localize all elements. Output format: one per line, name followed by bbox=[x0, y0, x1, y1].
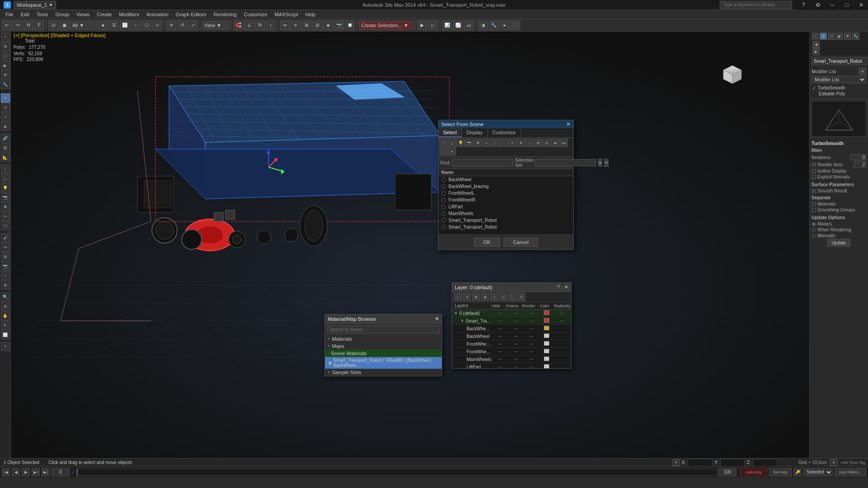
material-editor-icon[interactable]: ◑ bbox=[478, 20, 488, 30]
layer-item-frontwheeilr[interactable]: FrontWheeIR — — — bbox=[452, 340, 571, 348]
zoom-btn[interactable]: 🔍 bbox=[1, 292, 10, 301]
timeline-track[interactable] bbox=[76, 469, 717, 476]
layer-fwr-render[interactable]: — bbox=[524, 342, 538, 346]
key-first-icon[interactable]: |◀ bbox=[2, 468, 10, 476]
layer-item-frontwheeil[interactable]: FrontWheeIL — — — bbox=[452, 348, 571, 356]
layer-item-liftpart[interactable]: LiftPart — — — bbox=[452, 363, 571, 368]
create-tab[interactable]: + bbox=[1, 33, 10, 42]
select-move-btn[interactable]: ✛ bbox=[1, 94, 10, 103]
cmd-utilities-icon[interactable]: 🔧 bbox=[852, 33, 859, 40]
layer-0-color[interactable] bbox=[539, 310, 554, 316]
layers-help-btn[interactable]: ? bbox=[557, 284, 560, 290]
sfs-selection-set-input[interactable] bbox=[535, 159, 596, 166]
maximize-button[interactable]: □ bbox=[840, 0, 854, 10]
modifier-editable-poly[interactable]: Editable Poly bbox=[811, 91, 866, 97]
layer-0-render[interactable]: — bbox=[524, 311, 538, 315]
sfs-titlebar[interactable]: Select From Scene ✕ bbox=[439, 120, 573, 128]
active-view-icon[interactable]: ⬛ bbox=[510, 20, 520, 30]
sfs-radio-smart-robot-2[interactable] bbox=[441, 225, 446, 230]
sfs-invert-icon[interactable]: ⇄ bbox=[551, 139, 559, 147]
sfs-radio-smart-robot-1[interactable] bbox=[441, 218, 446, 223]
sfs-warp-icon[interactable]: 〜 bbox=[482, 139, 491, 147]
layer-mw-freeze[interactable]: — bbox=[509, 357, 523, 361]
bind-to-space-btn[interactable]: 📐 bbox=[1, 153, 10, 162]
layer-lp-freeze[interactable]: — bbox=[509, 365, 523, 368]
manually-radio[interactable] bbox=[811, 234, 816, 238]
layer-lp-color[interactable] bbox=[539, 364, 554, 368]
layer-0-expand-icon[interactable]: ▼ bbox=[454, 311, 458, 315]
menu-modifiers[interactable]: Modifiers bbox=[115, 10, 143, 19]
sfs-radio-frontwheeil[interactable] bbox=[441, 191, 446, 196]
key-prev-icon[interactable]: ◀ bbox=[12, 468, 20, 476]
pan-btn[interactable]: ✋ bbox=[1, 311, 10, 320]
sfs-all-icon[interactable]: ⊞ bbox=[534, 139, 542, 147]
sfs-light-icon[interactable]: 💡 bbox=[457, 139, 465, 147]
layer-mw-hide[interactable]: — bbox=[493, 357, 508, 361]
iterations-input[interactable] bbox=[850, 154, 866, 160]
render-iters-checkbox[interactable]: ✓ bbox=[811, 162, 816, 167]
close-button[interactable]: ✕ bbox=[854, 0, 868, 10]
orbit-btn[interactable]: ↻ bbox=[1, 321, 10, 330]
sfs-radio-liftpart[interactable] bbox=[441, 205, 446, 209]
menu-views[interactable]: Views bbox=[73, 10, 93, 19]
sfs-none-icon[interactable]: ⊟ bbox=[542, 139, 551, 147]
fence-select-icon[interactable]: ⬠ bbox=[142, 20, 151, 30]
layer-bw-freeze[interactable]: — bbox=[509, 334, 523, 338]
light-btn[interactable]: 💡 bbox=[1, 183, 10, 192]
key-filters-btn[interactable]: Key Filters... bbox=[835, 468, 866, 476]
filter-dropdown[interactable]: All ▼ bbox=[70, 21, 97, 30]
schematic-view-icon[interactable]: 🗂 bbox=[464, 20, 474, 30]
sfs-item-backwheel[interactable]: BackWheel bbox=[439, 176, 573, 183]
array-btn[interactable]: ⊞ bbox=[1, 252, 10, 261]
render-setup-icon[interactable]: 🔧 bbox=[489, 20, 499, 30]
cmd-nav-right-icon[interactable]: ▶ bbox=[812, 48, 820, 55]
layers-set-current-btn[interactable]: ✓ bbox=[490, 293, 498, 301]
layer-mw-render[interactable]: — bbox=[524, 357, 538, 361]
named-selections-dropdown[interactable]: Create Selection... ▼ bbox=[359, 21, 413, 30]
fetch-icon[interactable]: F bbox=[34, 20, 44, 30]
modify-tab[interactable]: ⚙ bbox=[1, 42, 10, 51]
layers-expand-btn[interactable]: ⬛ bbox=[508, 293, 516, 301]
sfs-item-list[interactable]: BackWheel BackWheel_bracing FrontWheeIL … bbox=[439, 176, 573, 235]
mat-section-sample-slots[interactable]: + Sample Slots bbox=[325, 369, 442, 376]
mat-browser-titlebar[interactable]: Material/Map Browser ✕ bbox=[325, 314, 442, 324]
layer-item-backwheel-braing[interactable]: BackWheel_braing — — — bbox=[452, 325, 571, 333]
layers-delete-btn[interactable]: ✕ bbox=[463, 293, 471, 301]
layer-item-0-default[interactable]: ▼ 0 (default) — — — — bbox=[452, 310, 571, 317]
hierarchy-tab[interactable]: ⬡ bbox=[1, 52, 10, 61]
layer-0-freeze[interactable]: — bbox=[509, 311, 523, 315]
sfs-camera-icon[interactable]: 📷 bbox=[465, 139, 473, 147]
graph-view-icon[interactable]: 📊 bbox=[442, 20, 452, 30]
add-time-tag-btn[interactable]: + bbox=[830, 459, 838, 466]
layer-bwb-freeze[interactable]: — bbox=[509, 326, 523, 331]
mat-browser-close-btn[interactable]: ✕ bbox=[435, 316, 439, 322]
mirror-icon[interactable]: ⇔ bbox=[280, 20, 290, 30]
layer-fwl-render[interactable]: — bbox=[524, 349, 538, 354]
layer-fwr-freeze[interactable]: — bbox=[509, 342, 523, 346]
camera-btn[interactable]: 📷 bbox=[1, 193, 10, 202]
sfs-radio-backwheel-bracing[interactable] bbox=[441, 184, 446, 189]
layer-fwr-color[interactable] bbox=[539, 341, 554, 347]
view-dropdown[interactable]: View ▼ bbox=[202, 21, 229, 30]
snapshot-btn[interactable]: 📷 bbox=[1, 262, 10, 271]
menu-customize[interactable]: Customize bbox=[240, 10, 271, 19]
sfs-item-mainwheels[interactable]: MainWheels bbox=[439, 210, 573, 217]
sfs-item-smart-robot-1[interactable]: Smart_Transport_Robot bbox=[439, 217, 573, 224]
sfs-item-backwheel-bracing[interactable]: BackWheel_bracing bbox=[439, 183, 573, 190]
layer-bwb-render[interactable]: — bbox=[524, 326, 538, 331]
sfs-item-smart-robot-2[interactable]: Smart_Transport_Robot bbox=[439, 224, 573, 230]
auto-key-btn[interactable]: Auto Key bbox=[740, 468, 767, 476]
sfs-case-icon[interactable]: Aa bbox=[560, 139, 568, 147]
select-obj-btn[interactable]: ◈ bbox=[1, 122, 10, 131]
sfs-find-input[interactable] bbox=[452, 159, 513, 166]
normal-align-icon[interactable]: ⊟ bbox=[312, 20, 322, 30]
layer-bwb-color[interactable] bbox=[539, 326, 554, 331]
key-next-icon[interactable]: ▶| bbox=[32, 468, 40, 476]
sfs-tab-customize[interactable]: Customize bbox=[488, 128, 521, 137]
hold-icon[interactable]: H bbox=[24, 20, 33, 30]
utilities-tab[interactable]: 🔧 bbox=[1, 80, 10, 89]
settings-icon[interactable]: ⚙ bbox=[811, 0, 825, 10]
menu-group[interactable]: Group bbox=[52, 10, 73, 19]
cmd-hierarchy-icon[interactable]: ⬡ bbox=[828, 33, 835, 40]
spinner-snap-icon[interactable]: ↕ bbox=[266, 20, 276, 30]
